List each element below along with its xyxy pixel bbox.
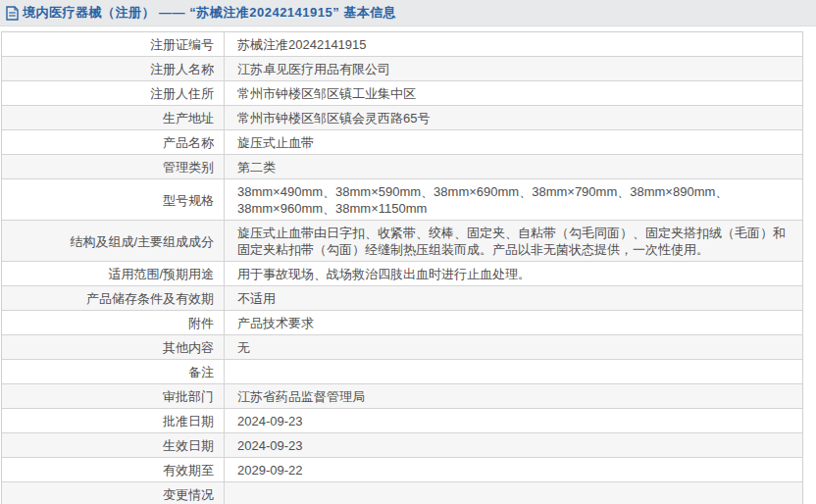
row-label-cell: 注册证编号 <box>2 32 225 56</box>
row-value-cell: 常州市钟楼区邹区镇会灵西路65号 <box>225 106 802 129</box>
row-value-cell: 不适用 <box>225 286 802 310</box>
row-value: 产品技术要求 <box>237 315 314 331</box>
row-label: 附件 <box>188 315 214 331</box>
table-row: 注册人名称 江苏卓见医疗用品有限公司 <box>2 57 802 81</box>
row-label-cell: 适用范围/预期用途 <box>2 262 225 285</box>
row-label: 审批部门 <box>163 388 214 405</box>
row-value: 2024-09-23 <box>237 413 303 429</box>
row-label-cell: 生效日期 <box>2 433 225 457</box>
row-value: 不适用 <box>237 290 276 307</box>
row-value-cell: 旋压式止血带由日字扣、收紧带、绞棒、固定夹、自粘带（勾毛同面）、固定夹搭扣绒（毛… <box>225 221 802 261</box>
table-row: 注册证编号 苏械注准20242141915 <box>2 32 802 57</box>
row-value: 常州市钟楼区邹区镇会灵西路65号 <box>237 110 430 126</box>
table-row: 产品储存条件及有效期 不适用 <box>2 286 802 311</box>
row-value: 用于事故现场、战场救治四肢出血时进行止血处理。 <box>237 266 531 282</box>
row-label-cell: 备注 <box>2 360 225 383</box>
table-row: 备注 <box>2 360 802 384</box>
row-label: 生效日期 <box>163 437 214 454</box>
row-label-cell: 批准日期 <box>2 409 225 432</box>
row-value-cell: 2024-09-23 <box>225 409 802 432</box>
table-row: 附件 产品技术要求 <box>2 311 802 335</box>
table-row: 变更情况 <box>2 482 802 504</box>
row-label: 结构及组成/主要组成成分 <box>70 233 214 250</box>
row-label: 其他内容 <box>163 339 214 356</box>
row-label: 生产地址 <box>163 110 214 126</box>
row-value: 旋压式止血带由日字扣、收紧带、绞棒、固定夹、自粘带（勾毛同面）、固定夹搭扣绒（毛… <box>237 225 789 258</box>
page-title: 境内医疗器械（注册） —— “苏械注准20242141915” 基本信息 <box>23 4 396 22</box>
table-row: 其他内容 无 <box>2 335 802 360</box>
row-value: 常州市钟楼区邹区镇工业集中区 <box>237 85 416 102</box>
row-value-cell: 旋压式止血带 <box>225 130 802 154</box>
row-value: 苏械注准20242141915 <box>237 36 367 53</box>
row-value-cell: 第二类 <box>225 155 802 178</box>
row-value-cell: 38mm×490mm、38mm×590mm、38mm×690mm、38mm×79… <box>225 179 802 220</box>
row-value: 2024-09-23 <box>237 437 303 454</box>
table-row: 生效日期 2024-09-23 <box>2 433 802 458</box>
row-label: 管理类别 <box>163 159 214 176</box>
row-value-cell: 江苏省药品监督管理局 <box>225 384 802 408</box>
row-value-cell: 2024-09-23 <box>225 433 802 457</box>
table-row: 有效期至 2029-09-22 <box>2 458 802 482</box>
row-label: 型号规格 <box>163 192 214 209</box>
table-row: 适用范围/预期用途 用于事故现场、战场救治四肢出血时进行止血处理。 <box>2 262 802 286</box>
row-value: 2029-09-22 <box>237 462 303 479</box>
row-label-cell: 其他内容 <box>2 335 225 359</box>
row-label: 有效期至 <box>163 462 214 479</box>
table-row: 审批部门 江苏省药品监督管理局 <box>2 384 802 409</box>
row-label: 产品名称 <box>163 134 214 151</box>
row-label-cell: 注册人住所 <box>2 81 225 105</box>
table-row: 注册人住所 常州市钟楼区邹区镇工业集中区 <box>2 81 802 106</box>
row-value: 无 <box>237 339 250 356</box>
table-row: 型号规格 38mm×490mm、38mm×590mm、38mm×690mm、38… <box>2 179 802 221</box>
row-label: 注册证编号 <box>150 36 214 53</box>
row-value: 旋压式止血带 <box>237 134 314 151</box>
row-value-cell: 产品技术要求 <box>225 311 802 334</box>
row-label-cell: 注册人名称 <box>2 57 225 80</box>
row-value-cell: 无 <box>225 335 802 359</box>
row-value: 第二类 <box>237 159 276 176</box>
row-label-cell: 结构及组成/主要组成成分 <box>2 221 225 261</box>
row-label: 产品储存条件及有效期 <box>86 290 214 307</box>
row-value-cell <box>225 482 802 504</box>
table-row: 生产地址 常州市钟楼区邹区镇会灵西路65号 <box>2 106 802 130</box>
row-label-cell: 生产地址 <box>2 106 225 129</box>
row-label: 注册人名称 <box>150 61 214 77</box>
row-value: 38mm×490mm、38mm×590mm、38mm×690mm、38mm×79… <box>237 183 789 217</box>
row-label-cell: 管理类别 <box>2 155 225 178</box>
row-value-cell: 苏械注准20242141915 <box>225 32 802 56</box>
row-label-cell: 有效期至 <box>2 458 225 481</box>
table-row: 产品名称 旋压式止血带 <box>2 130 802 155</box>
row-value-cell: 江苏卓见医疗用品有限公司 <box>225 57 802 80</box>
row-value-cell <box>225 360 802 383</box>
document-icon <box>6 6 19 21</box>
table-row: 结构及组成/主要组成成分 旋压式止血带由日字扣、收紧带、绞棒、固定夹、自粘带（勾… <box>2 221 802 262</box>
row-value: 江苏省药品监督管理局 <box>237 388 365 405</box>
row-label-cell: 产品储存条件及有效期 <box>2 286 225 310</box>
row-label: 注册人住所 <box>150 85 214 102</box>
page-title-bar: 境内医疗器械（注册） —— “苏械注准20242141915” 基本信息 <box>0 0 816 26</box>
row-label-cell: 型号规格 <box>2 179 225 220</box>
table-row: 批准日期 2024-09-23 <box>2 409 802 433</box>
table-row: 管理类别 第二类 <box>2 155 802 179</box>
row-label: 变更情况 <box>163 486 214 503</box>
row-label-cell: 附件 <box>2 311 225 334</box>
row-label-cell: 审批部门 <box>2 384 225 408</box>
row-value: 江苏卓见医疗用品有限公司 <box>237 61 390 77</box>
row-value-cell: 用于事故现场、战场救治四肢出血时进行止血处理。 <box>225 262 802 285</box>
row-value-cell: 常州市钟楼区邹区镇工业集中区 <box>225 81 802 105</box>
row-value-cell: 2029-09-22 <box>225 458 802 481</box>
row-label: 备注 <box>188 364 214 380</box>
row-label-cell: 产品名称 <box>2 130 225 154</box>
info-table: 注册证编号 苏械注准20242141915 注册人名称 江苏卓见医疗用品有限公司… <box>1 31 803 504</box>
row-label: 批准日期 <box>163 413 214 429</box>
row-label: 适用范围/预期用途 <box>108 266 214 282</box>
row-label-cell: 变更情况 <box>2 482 225 504</box>
